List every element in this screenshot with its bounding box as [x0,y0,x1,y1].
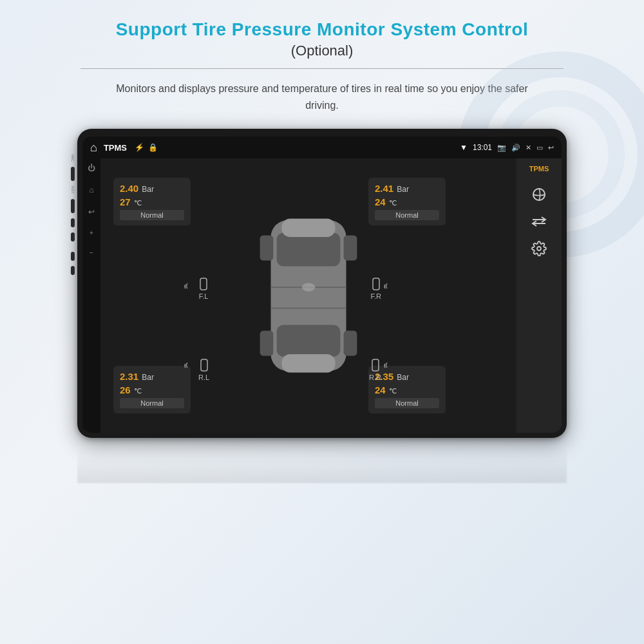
divider [80,68,564,69]
svg-rect-2 [277,325,341,357]
rp-transfer-btn[interactable] [531,216,547,227]
device-reflection [77,438,567,483]
rr-signal-waves [383,361,395,377]
rst-label: RST [71,186,75,194]
fl-temp-unit: ℃ [134,199,142,207]
sync-icon [531,187,547,202]
vol-up-icon[interactable]: + [90,229,93,236]
fr-pressure-unit: Bar [397,185,409,194]
side-button-2[interactable] [71,199,75,213]
rl-wheel-icon [199,359,209,372]
wifi-icon: ▼ [460,143,468,152]
rl-pressure-value: 2.31 [120,371,138,382]
svg-point-16 [533,189,545,200]
tpms-content: 2.40 Bar 27 ℃ Normal 2.41 Bar [100,158,516,433]
fl-temp-value: 27 [120,196,131,207]
side-button-1[interactable] [71,167,75,181]
side-button-4[interactable] [71,232,75,242]
fl-status: Normal [120,210,184,220]
svg-rect-3 [281,219,335,238]
side-button-6[interactable] [71,266,75,275]
svg-rect-1 [277,233,341,267]
fr-temp-unit: ℃ [389,199,397,207]
fl-signal-waves [183,282,196,298]
svg-point-11 [302,283,316,292]
fr-status: Normal [375,210,439,220]
car-image [257,212,360,379]
rl-temp-value: 26 [120,384,131,395]
tpms-right-title: TPMS [529,165,549,173]
window-status-icon[interactable]: ▭ [536,144,543,152]
svg-rect-4 [281,354,335,373]
back-sidebar-icon[interactable]: ↩ [88,207,95,216]
transfer-icon [531,216,547,227]
svg-rect-7 [260,236,274,261]
tire-box-rl: 2.31 Bar 26 ℃ Normal [113,366,191,413]
rl-pressure-unit: Bar [142,373,154,382]
rp-settings-btn[interactable] [531,241,547,256]
main-area: ⏻ ⌂ ↩ + − 2.40 Bar 27 [82,158,562,433]
rr-temp-value: 24 [375,384,386,395]
svg-rect-9 [260,331,274,356]
rp-sync-btn[interactable] [531,187,547,202]
back-status-icon[interactable]: ↩ [548,144,554,152]
close-status-icon[interactable]: ✕ [526,144,531,152]
rl-signal-waves [183,361,196,377]
settings-icon [531,241,547,256]
rl-status: Normal [120,398,184,408]
home-icon[interactable]: ⌂ [90,141,97,155]
home-sidebar-icon[interactable]: ⌂ [89,185,93,194]
rl-pressure-row: 2.31 Bar [120,371,184,382]
svg-rect-15 [372,359,379,371]
fr-pressure-row: 2.41 Bar [375,183,439,194]
status-bar: ⌂ TPMS ⚡ 🔒 ▼ 13:01 📷 🔊 ✕ ▭ ↩ [82,137,562,158]
status-time: 13:01 [473,143,492,152]
subtitle: (Optional) [291,43,354,59]
page-container: Support Tire Pressure Monitor System Con… [0,0,644,644]
svg-rect-10 [344,331,357,356]
rl-label-text: R.L [198,374,209,381]
vol-down-icon[interactable]: − [90,249,93,256]
rr-pressure-unit: Bar [397,373,409,382]
fr-signal-waves [383,282,395,298]
svg-rect-14 [201,359,207,371]
lock-icon: 🔒 [148,143,158,152]
rl-label-area: R.L [198,359,209,381]
fl-temp-row: 27 ℃ [120,196,184,207]
mic-label: MIC [71,155,75,162]
volume-status-icon[interactable]: 🔊 [511,144,520,152]
rr-status: Normal [375,398,439,408]
fr-temp-value: 24 [375,196,386,207]
power-icon[interactable]: ⏻ [88,164,95,173]
camera-status-icon[interactable]: 📷 [497,144,506,152]
svg-rect-8 [344,236,357,261]
svg-rect-12 [200,278,207,290]
status-icons: ⚡ 🔒 [135,143,158,152]
svg-rect-13 [373,278,379,290]
fr-label-area: F.R [371,278,382,300]
left-side-panel: MIC RST [68,155,77,275]
fl-label-text: F.L [199,292,209,300]
rr-temp-unit: ℃ [389,387,397,395]
fr-pressure-value: 2.41 [375,183,393,194]
device: MIC RST ⌂ TPMS ⚡ 🔒 ▼ 13:01 [77,129,567,438]
status-right: ▼ 13:01 📷 🔊 ✕ ▭ ↩ [460,143,554,152]
fr-wheel-icon [371,278,381,290]
side-button-5[interactable] [71,252,75,261]
tire-box-fr: 2.41 Bar 24 ℃ Normal [368,178,446,225]
rr-temp-row: 24 ℃ [375,384,439,395]
rr-wheel-icon [370,359,381,372]
screen: ⌂ TPMS ⚡ 🔒 ▼ 13:01 📷 🔊 ✕ ▭ ↩ [82,137,562,433]
right-panel: TPMS [516,158,562,433]
fl-pressure-row: 2.40 Bar [120,183,184,194]
fl-label-area: F.L [198,278,209,300]
fr-label-text: F.R [371,292,382,300]
tire-box-fl: 2.40 Bar 27 ℃ Normal [113,178,191,225]
rl-temp-unit: ℃ [134,387,142,395]
fl-pressure-value: 2.40 [120,183,138,194]
fl-pressure-unit: Bar [142,185,154,194]
main-title: Support Tire Pressure Monitor System Con… [116,19,529,40]
svg-point-19 [537,247,541,251]
rr-label-area: R.R [369,359,381,381]
side-button-3[interactable] [71,218,75,227]
